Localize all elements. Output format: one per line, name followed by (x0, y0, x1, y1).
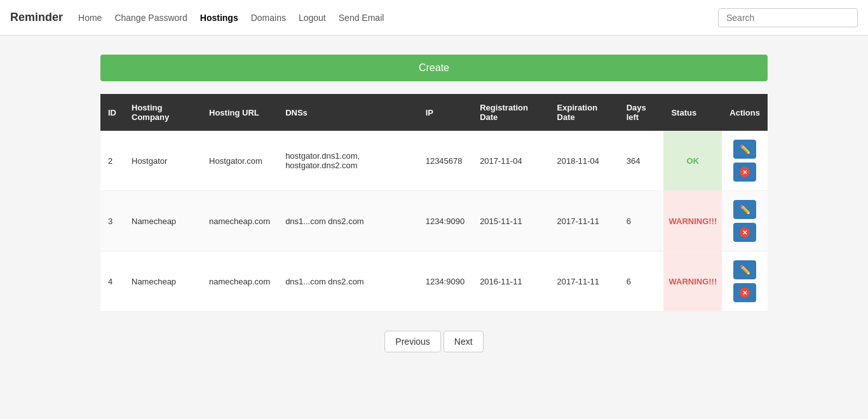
cell-id: 2 (100, 131, 124, 191)
previous-button[interactable]: Previous (384, 331, 440, 352)
cell-registration: 2016-11-11 (472, 251, 549, 312)
cell-actions: ✕ (722, 131, 768, 191)
nav-hostings[interactable]: Hostings (200, 13, 238, 23)
table-row: 2 Hostgator Hostgator.com hostgator.dns1… (100, 131, 768, 191)
cell-dnss: hostgator.dns1.com, hostgator.dns2.com (278, 131, 418, 191)
delete-button[interactable]: ✕ (733, 223, 756, 242)
delete-icon: ✕ (740, 227, 750, 237)
col-days: Days left (619, 94, 664, 131)
col-dnss: DNSs (278, 94, 418, 131)
table-row: 4 Namecheap namecheap.com dns1...com dns… (100, 251, 768, 312)
delete-icon: ✕ (740, 167, 750, 177)
cell-status: OK (663, 131, 722, 191)
cell-id: 4 (100, 251, 124, 312)
table-row: 3 Namecheap namecheap.com dns1...com dns… (100, 191, 768, 251)
cell-dnss: dns1...com dns2.com (278, 191, 418, 251)
cell-actions: ✕ (722, 191, 768, 251)
cell-company: Namecheap (124, 251, 201, 312)
cell-url: Hostgator.com (201, 131, 278, 191)
cell-expiration: 2017-11-11 (550, 191, 619, 251)
nav-home[interactable]: Home (78, 13, 102, 23)
nav-domains[interactable]: Domains (251, 13, 286, 23)
cell-ip: 1234:9090 (418, 191, 472, 251)
search-container (718, 8, 858, 27)
cell-dnss: dns1...com dns2.com (278, 251, 418, 312)
app-brand: Reminder (10, 11, 63, 24)
delete-button[interactable]: ✕ (733, 163, 756, 182)
col-status: Status (663, 94, 722, 131)
cell-company: Hostgator (124, 131, 201, 191)
cell-url: namecheap.com (201, 191, 278, 251)
nav-links: Home Change Password Hostings Domains Lo… (78, 13, 718, 23)
cell-registration: 2015-11-11 (472, 191, 549, 251)
delete-button[interactable]: ✕ (733, 283, 756, 302)
cell-ip: 1234:9090 (418, 251, 472, 312)
action-buttons: ✕ (729, 200, 760, 242)
col-expiration: Expiration Date (550, 94, 619, 131)
edit-button[interactable] (733, 140, 756, 159)
edit-button[interactable] (733, 200, 756, 219)
cell-status: WARNING!!! (663, 251, 722, 312)
cell-company: Namecheap (124, 191, 201, 251)
cell-status: WARNING!!! (663, 191, 722, 251)
nav-logout[interactable]: Logout (299, 13, 326, 23)
action-buttons: ✕ (729, 140, 760, 182)
edit-button[interactable] (733, 260, 756, 279)
col-id: ID (100, 94, 124, 131)
hostings-table: ID Hosting Company Hosting URL DNSs IP R… (100, 94, 768, 312)
main-content: Create ID Hosting Company Hosting URL DN… (0, 36, 868, 371)
cell-id: 3 (100, 191, 124, 251)
cell-expiration: 2018-11-04 (550, 131, 619, 191)
cell-registration: 2017-11-04 (472, 131, 549, 191)
col-url: Hosting URL (201, 94, 278, 131)
pencil-icon (740, 204, 750, 215)
navbar: Reminder Home Change Password Hostings D… (0, 0, 868, 36)
cell-days: 6 (619, 251, 664, 312)
cell-url: namecheap.com (201, 251, 278, 312)
cell-days: 364 (619, 131, 664, 191)
create-button[interactable]: Create (100, 55, 768, 81)
table-header-row: ID Hosting Company Hosting URL DNSs IP R… (100, 94, 768, 131)
cell-days: 6 (619, 191, 664, 251)
table-body: 2 Hostgator Hostgator.com hostgator.dns1… (100, 131, 768, 312)
pencil-icon (740, 144, 750, 154)
cell-actions: ✕ (722, 251, 768, 312)
col-actions: Actions (722, 94, 768, 131)
cell-ip: 12345678 (418, 131, 472, 191)
delete-icon: ✕ (740, 288, 750, 298)
table-container: Create ID Hosting Company Hosting URL DN… (100, 55, 768, 312)
action-buttons: ✕ (729, 260, 760, 302)
pagination: Previous Next (25, 331, 843, 352)
col-registration: Registration Date (472, 94, 549, 131)
col-ip: IP (418, 94, 472, 131)
search-input[interactable] (718, 8, 858, 27)
col-company: Hosting Company (124, 94, 201, 131)
cell-expiration: 2017-11-11 (550, 251, 619, 312)
nav-send-email[interactable]: Send Email (339, 13, 384, 23)
next-button[interactable]: Next (444, 331, 484, 352)
nav-change-password[interactable]: Change Password (114, 13, 187, 23)
pencil-icon (740, 265, 750, 275)
